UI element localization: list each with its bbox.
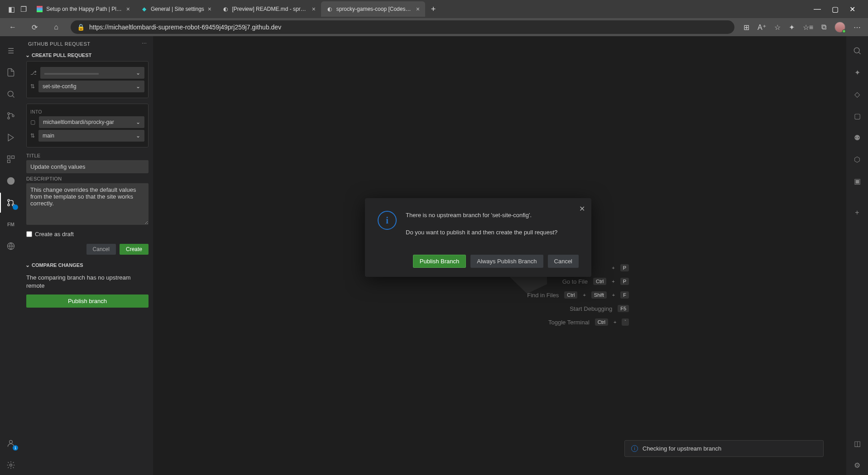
close-icon[interactable]: × [208,5,211,13]
shortcut-row: Go to File Ctrl + P [527,278,629,285]
shortcut-row: Toggle Terminal Ctrl + ` [527,318,629,326]
site-icon [37,6,43,12]
close-icon[interactable]: × [126,5,130,13]
compare-message: The comparing branch has no upstream rem… [22,271,153,294]
editor-area: + P Go to File Ctrl + P Find in Files Ct… [153,36,846,475]
add-icon[interactable]: + [846,203,868,223]
settings-icon[interactable]: ⚙ [846,455,868,475]
account-icon[interactable]: 1 [0,433,22,453]
front-matter-icon[interactable]: FM [0,214,22,234]
from-branch-select[interactable]: set-site-config⌄ [38,81,144,92]
more-actions-icon[interactable]: ⋯ [142,41,147,47]
svg-point-0 [8,91,13,96]
publish-branch-button[interactable]: Publish Branch [413,255,466,268]
close-icon[interactable]: ✕ [579,204,585,213]
dialog-message-2: Do you want to publish it and then creat… [406,228,557,237]
maximize-icon[interactable]: ▢ [832,5,839,14]
search-icon[interactable] [846,41,868,61]
minimize-icon[interactable]: — [814,5,821,14]
section-compare[interactable]: ⌄ COMPARE CHANGES [22,259,153,271]
home-button[interactable]: ⌂ [49,20,63,34]
favorite-star-icon[interactable]: ☆ [774,23,781,32]
favorites-icon[interactable]: ☆≡ [803,23,813,32]
browser-tab-3[interactable]: ◐ sprocky-games-coop [Codespac × [321,1,425,17]
app-icon[interactable]: ⊞ [743,23,749,32]
remote-explorer-icon[interactable] [0,236,22,256]
read-aloud-icon[interactable]: A⁺ [758,23,766,32]
cube-icon[interactable]: ⬡ [846,149,868,169]
draft-checkbox[interactable] [26,231,32,237]
close-icon[interactable]: × [416,5,420,13]
notification-toast[interactable]: i Checking for upstream branch [624,440,824,457]
tag-icon[interactable]: ◇ [846,84,868,104]
office-icon[interactable]: ▣ [846,171,868,191]
svg-point-9 [8,200,10,201]
close-icon[interactable]: × [312,5,316,13]
account-badge: 1 [13,445,18,451]
settings-gear-icon[interactable] [0,455,22,475]
run-debug-icon[interactable] [0,128,22,147]
menu-icon[interactable]: ☰ [0,41,22,61]
workspace-icon[interactable]: ◧ [8,5,15,14]
svg-rect-6 [12,156,14,159]
compare-icon: ⇅ [30,83,35,90]
pr-title-input[interactable] [26,160,149,173]
tab-actions-icon[interactable]: ❐ [20,5,27,14]
publish-branch-dialog: ✕ i There is no upstream branch for 'set… [365,198,591,277]
layout-icon[interactable]: ◫ [846,433,868,453]
search-icon[interactable] [0,84,22,104]
more-icon[interactable]: ⋯ [854,23,861,32]
dialog-message-1: There is no upstream branch for 'set-sit… [406,211,557,220]
address-bar[interactable]: 🔒 https://michaeltlombardi-supreme-robot… [71,20,734,34]
browser-tab-0[interactable]: Setup on the Happy Path | Platen × [31,1,135,17]
extensions-icon[interactable]: ✦ [789,23,795,32]
toolbox-icon[interactable]: ▢ [846,106,868,126]
tab-title: General | Site settings [151,6,204,12]
tab-title: [Preview] README.md - sprocky [232,6,308,12]
activity-bar: ☰ FM 1 [0,36,22,475]
section-create-pr[interactable]: ⌄ CREATE PULL REQUEST [22,49,153,61]
pr-description-input[interactable] [26,183,149,225]
browser-tab-2[interactable]: ◐ [Preview] README.md - sprocky × [217,1,321,17]
close-window-icon[interactable]: ✕ [849,5,855,14]
chevron-down-icon: ⌄ [25,262,30,268]
into-branch-select[interactable]: main⌄ [38,130,144,142]
github-icon[interactable] [0,171,22,191]
cancel-button[interactable]: Cancel [86,244,116,255]
svg-rect-7 [8,160,10,163]
lock-icon: 🔒 [77,24,85,31]
chevron-down-icon: ⌄ [136,133,140,139]
sparkle-icon[interactable]: ✦ [846,62,868,82]
people-icon[interactable]: ⚉ [846,128,868,147]
pull-request-icon[interactable] [0,193,22,213]
extensions-icon[interactable] [0,149,22,169]
svg-point-15 [854,48,859,53]
cancel-button[interactable]: Cancel [548,255,579,268]
publish-branch-button[interactable]: Publish branch [26,294,149,308]
github-icon: ◐ [326,6,333,12]
browser-tab-1[interactable]: ◆ General | Site settings × [135,1,217,17]
svg-line-1 [12,95,14,97]
shortcut-row: Find in Files Ctrl + Shift + F [527,291,629,299]
refresh-button[interactable]: ⟳ [27,20,42,34]
collections-icon[interactable]: ⧉ [821,23,826,31]
svg-line-16 [858,52,860,54]
create-button[interactable]: Create [120,244,149,255]
profile-avatar[interactable] [834,22,845,33]
back-button[interactable]: ← [5,20,20,34]
always-publish-button[interactable]: Always Publish Branch [470,255,543,268]
svg-point-14 [10,464,12,466]
explorer-icon[interactable] [0,62,22,82]
from-repo-select[interactable]: ▬▬▬▬▬▬▬▬▬▬⌄ [40,67,144,79]
new-tab-button[interactable]: + [427,3,440,15]
sidebar: GITHUB PULL REQUEST ⋯ ⌄ CREATE PULL REQU… [22,36,153,475]
shortcut-row: Start Debugging F5 [527,305,629,312]
github-icon: ◐ [222,6,228,12]
url-text: https://michaeltlombardi-supreme-robot-6… [89,24,281,31]
source-control-icon[interactable] [0,106,22,126]
svg-point-3 [8,117,10,119]
svg-rect-5 [8,156,10,159]
into-repo-select[interactable]: michaeltlombardi/sprocky-gar⌄ [39,116,144,128]
svg-point-13 [10,440,13,443]
compare-icon: ⇅ [30,133,35,139]
